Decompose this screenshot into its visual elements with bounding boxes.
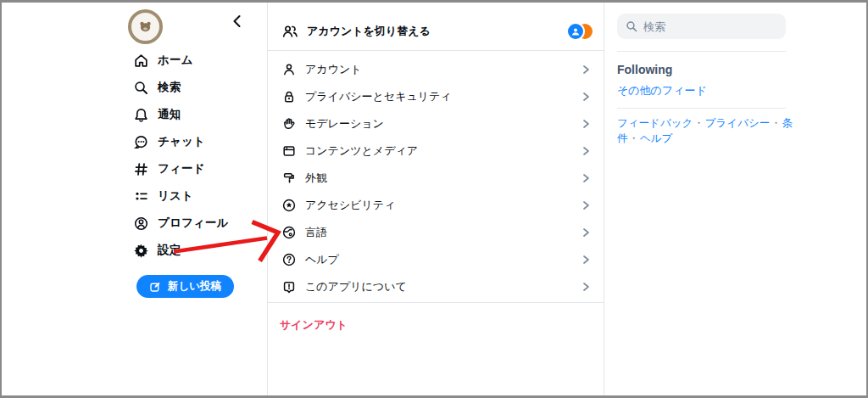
new-post-button[interactable]: 新しい投稿 [136, 275, 234, 298]
nav-label: 検索 [158, 80, 181, 95]
gear-icon [133, 243, 149, 259]
chevron-right-icon [580, 64, 592, 76]
hand-icon [281, 116, 297, 132]
settings-item-label: 言語 [305, 225, 327, 240]
nav-item-profile[interactable]: プロフィール [133, 210, 260, 237]
nav-item-search[interactable]: 検索 [133, 74, 260, 101]
nav-item-feeds[interactable]: フィード [133, 155, 260, 182]
nav-item-lists[interactable]: リスト [133, 182, 260, 210]
nav-item-notifications[interactable]: 通知 [133, 101, 260, 128]
question-circle-icon [281, 252, 297, 267]
nav-label: ホーム [158, 53, 193, 68]
nav-label: フィード [158, 161, 205, 177]
app-window: ホーム 検索 通知 チャット フィード [0, 0, 868, 398]
settings-item-accessibility[interactable]: アクセシビリティ [268, 192, 604, 219]
divider [617, 108, 786, 109]
settings-panel: アカウントを切り替える アカウント [267, 3, 604, 395]
chevron-left-icon [229, 13, 246, 30]
nav-label: リスト [158, 188, 193, 204]
settings-item-label: アカウント [305, 62, 362, 77]
settings-item-label: モデレーション [305, 116, 384, 132]
nav-label: 設定 [158, 243, 181, 258]
globe-icon [281, 225, 297, 240]
chevron-right-icon [580, 91, 592, 103]
accessibility-icon [281, 198, 297, 213]
account-avatars [566, 21, 595, 42]
bear-avatar-icon [139, 21, 152, 32]
window-icon [281, 143, 297, 159]
search-icon [133, 80, 149, 96]
divider [617, 51, 786, 52]
footer-separator: ・ [628, 132, 641, 144]
main-nav: ホーム 検索 通知 チャット フィード [133, 47, 260, 264]
search-input[interactable] [643, 20, 777, 33]
switch-account-row[interactable]: アカウントを切り替える [268, 3, 604, 51]
settings-item-content-media[interactable]: コンテンツとメディア [268, 137, 604, 165]
settings-item-privacy[interactable]: プライバシーとセキュリティ [268, 83, 604, 110]
settings-item-label: アクセシビリティ [305, 198, 395, 213]
settings-item-moderation[interactable]: モデレーション [268, 110, 604, 137]
chevron-right-icon [580, 145, 592, 157]
feed-title-following[interactable]: Following [617, 63, 672, 76]
user-avatar[interactable] [128, 9, 163, 44]
footer-link-feedback[interactable]: フィードバック [617, 117, 693, 129]
signout-section: サインアウト [268, 302, 604, 346]
settings-item-about[interactable]: このアプリについて [268, 273, 604, 300]
nav-label: プロフィール [158, 216, 229, 231]
list-icon [133, 188, 149, 205]
settings-item-label: プライバシーとセキュリティ [305, 89, 452, 104]
nav-label: 通知 [158, 107, 181, 122]
nav-label: チャット [158, 134, 205, 149]
collapse-sidebar-button[interactable] [229, 13, 246, 30]
nav-item-chat[interactable]: チャット [133, 128, 260, 155]
person-icon [281, 62, 297, 77]
footer-separator: ・ [770, 117, 782, 129]
signout-link[interactable]: サインアウト [280, 317, 348, 333]
chevron-right-icon [580, 118, 592, 130]
settings-list: アカウント プライバシーとセキュリティ モデレーション [268, 56, 604, 300]
switch-account-label: アカウントを切り替える [307, 24, 431, 39]
settings-item-account[interactable]: アカウント [268, 56, 604, 83]
nav-item-home[interactable]: ホーム [133, 47, 260, 74]
chevron-right-icon [580, 254, 592, 266]
chevron-right-icon [580, 172, 592, 184]
home-icon [133, 53, 149, 69]
settings-item-languages[interactable]: 言語 [268, 219, 604, 246]
chat-icon [133, 134, 149, 150]
paint-roller-icon [281, 171, 297, 186]
more-feeds-link[interactable]: その他のフィード [617, 83, 707, 98]
chevron-right-icon [580, 199, 592, 211]
settings-item-label: 外観 [305, 171, 327, 186]
lock-icon [281, 89, 297, 104]
profile-icon [133, 216, 149, 232]
hash-icon [133, 161, 149, 177]
settings-item-label: このアプリについて [305, 279, 407, 294]
bell-icon [133, 107, 149, 123]
new-post-label: 新しい投稿 [168, 279, 221, 294]
info-bubble-icon [281, 279, 297, 294]
footer-separator: ・ [693, 117, 705, 129]
compose-icon [149, 281, 161, 293]
search-icon [626, 20, 637, 32]
settings-item-label: ヘルプ [305, 252, 339, 267]
settings-item-appearance[interactable]: 外観 [268, 165, 604, 192]
account-avatar-blue [566, 22, 585, 41]
footer-links: フィードバック・プライバシー・条件・ヘルプ [617, 116, 804, 146]
chevron-right-icon [580, 227, 592, 238]
settings-item-help[interactable]: ヘルプ [268, 246, 604, 273]
chevron-right-icon [580, 281, 592, 293]
footer-link-privacy[interactable]: プライバシー [705, 117, 770, 129]
footer-link-help[interactable]: ヘルプ [640, 132, 672, 144]
search-box[interactable] [617, 14, 786, 39]
nav-item-settings[interactable]: 設定 [133, 237, 260, 264]
settings-item-label: コンテンツとメディア [305, 143, 418, 159]
people-icon [281, 23, 298, 40]
